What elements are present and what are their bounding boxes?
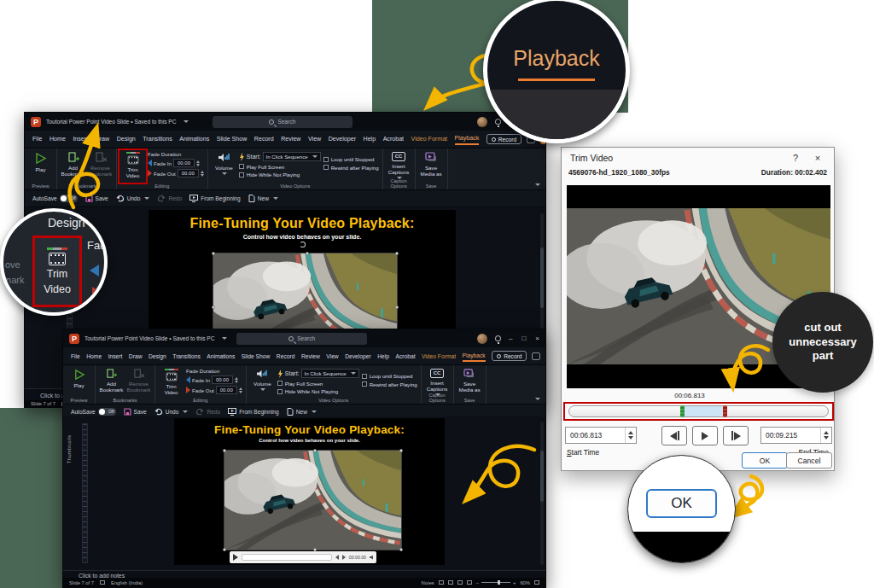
fade-out-input[interactable]: 00.00: [178, 169, 199, 178]
play-button[interactable]: Play: [28, 151, 53, 182]
hide-while-not-playing-checkbox[interactable]: Hide While Not Playing: [239, 172, 321, 178]
selection-handle[interactable]: [306, 252, 309, 255]
save-media-button[interactable]: Save Media as: [419, 151, 444, 182]
start-dropdown[interactable]: In Click Sequence: [263, 152, 321, 161]
tab-draw[interactable]: Draw: [129, 353, 143, 359]
selection-handle[interactable]: [313, 449, 317, 452]
tab-acrobat[interactable]: Acrobat: [383, 136, 404, 143]
reading-view-icon[interactable]: [457, 580, 463, 585]
add-bookmark-button[interactable]: Add Bookmark: [99, 368, 124, 396]
selection-handle[interactable]: [399, 548, 403, 551]
selection-handle[interactable]: [212, 252, 215, 255]
tab-review[interactable]: Review: [301, 353, 320, 359]
record-button[interactable]: Record: [492, 351, 527, 361]
tab-file[interactable]: File: [71, 353, 80, 359]
tab-view[interactable]: View: [326, 353, 338, 359]
start-dropdown[interactable]: In Click Sequence: [301, 369, 359, 378]
add-bookmark-button[interactable]: Add Bookmark: [61, 151, 85, 182]
search-input[interactable]: Search: [213, 116, 353, 128]
undo-button[interactable]: Undo: [116, 195, 150, 202]
tab-record[interactable]: Record: [277, 353, 295, 359]
tab-draw[interactable]: Draw: [96, 136, 110, 143]
language-status[interactable]: English (India): [111, 580, 143, 585]
trim-slider-track[interactable]: [568, 405, 829, 417]
speaker-icon[interactable]: [370, 556, 373, 560]
slide-subtitle[interactable]: Control how video behaves on your slide.: [174, 438, 445, 443]
fade-out-stepper[interactable]: [239, 387, 242, 393]
avatar[interactable]: [477, 334, 487, 344]
trim-end-marker[interactable]: [723, 405, 727, 417]
tab-developer[interactable]: Developer: [329, 136, 356, 143]
tab-help[interactable]: Help: [377, 353, 389, 359]
hide-while-not-playing-checkbox[interactable]: Hide While Not Playing: [277, 388, 359, 394]
slide-video[interactable]: [224, 451, 401, 550]
fade-out-input[interactable]: 00.00: [216, 386, 237, 394]
insert-captions-button[interactable]: CC Insert Captions: [387, 151, 411, 182]
tab-playback[interactable]: Playback: [463, 351, 486, 362]
tab-animations[interactable]: Animations: [207, 353, 235, 359]
fade-in-input[interactable]: 00.00: [212, 376, 233, 384]
slide-canvas[interactable]: Fine-Tuning Your Video Playback: Control…: [174, 418, 445, 565]
fit-slide-icon[interactable]: [534, 580, 539, 585]
autosave-toggle[interactable]: AutoSaveOff: [32, 195, 78, 202]
step-forward-icon[interactable]: [342, 555, 346, 560]
save-button[interactable]: Save: [85, 195, 108, 202]
next-frame-button[interactable]: [723, 426, 749, 445]
selection-handle[interactable]: [395, 252, 399, 255]
fade-in-stepper[interactable]: [196, 160, 200, 166]
tab-transitions[interactable]: Transitions: [172, 353, 200, 359]
fade-in-stepper[interactable]: [235, 377, 238, 383]
help-button[interactable]: ?: [788, 153, 803, 163]
tab-home[interactable]: Home: [86, 353, 102, 359]
maximize-button[interactable]: □: [521, 335, 526, 342]
save-media-button[interactable]: Save Media as: [457, 368, 482, 396]
normal-view-icon[interactable]: [439, 580, 444, 585]
vertical-scrollbar[interactable]: [540, 422, 544, 565]
close-button[interactable]: ×: [535, 335, 539, 342]
tab-video-format[interactable]: Video Format: [422, 353, 456, 359]
tab-insert[interactable]: Insert: [108, 353, 123, 359]
fade-out-stepper[interactable]: [201, 171, 204, 177]
tab-file[interactable]: File: [32, 136, 42, 143]
play-full-screen-checkbox[interactable]: Play Full Screen: [277, 381, 359, 387]
notes-toggle[interactable]: Notes: [422, 580, 434, 585]
selection-handle[interactable]: [223, 548, 226, 551]
play-button[interactable]: Play: [67, 368, 91, 396]
trim-video-button[interactable]: Trim Video: [159, 368, 184, 396]
rewind-after-playing-checkbox[interactable]: Rewind after Playing: [323, 165, 379, 171]
tab-design[interactable]: Design: [149, 353, 166, 359]
selection-handle[interactable]: [399, 449, 403, 452]
tab-home[interactable]: Home: [50, 136, 66, 143]
slide-title[interactable]: Fine-Tuning Your Video Playback:: [174, 423, 445, 436]
zoom-slider[interactable]: –+: [476, 580, 516, 585]
fade-in-input[interactable]: 00.00: [173, 159, 195, 167]
play-full-screen-checkbox[interactable]: Play Full Screen: [239, 164, 321, 170]
minimize-button[interactable]: –: [509, 335, 512, 342]
start-time-stepper[interactable]: [625, 428, 636, 443]
collapse-ribbon-icon[interactable]: [535, 398, 540, 400]
tab-insert[interactable]: Insert: [73, 136, 88, 143]
record-button[interactable]: Record: [487, 134, 521, 144]
lightbulb-icon[interactable]: [495, 119, 501, 125]
tab-design[interactable]: Design: [117, 136, 136, 143]
volume-button[interactable]: Volume: [212, 151, 236, 182]
selection-handle[interactable]: [223, 449, 226, 452]
tab-slide-show[interactable]: Slide Show: [242, 353, 270, 359]
tab-developer[interactable]: Developer: [345, 353, 370, 359]
tab-transitions[interactable]: Transitions: [143, 136, 172, 143]
selection-handle[interactable]: [313, 548, 317, 551]
previous-frame-button[interactable]: [661, 426, 687, 445]
video-progress-bar[interactable]: [242, 554, 332, 561]
tab-review[interactable]: Review: [281, 136, 300, 143]
collapse-ribbon-icon[interactable]: [535, 183, 540, 186]
trim-video-button[interactable]: Trim Video: [120, 151, 145, 182]
tab-acrobat[interactable]: Acrobat: [395, 353, 415, 359]
tab-record[interactable]: Record: [254, 136, 274, 143]
loop-until-stopped-checkbox[interactable]: Loop until Stopped: [323, 156, 379, 162]
save-button[interactable]: Save: [124, 408, 147, 416]
from-beginning-button[interactable]: From Beginning: [189, 195, 241, 202]
loop-until-stopped-checkbox[interactable]: Loop until Stopped: [362, 373, 417, 379]
trim-start-marker[interactable]: [680, 405, 685, 417]
comments-icon[interactable]: [532, 352, 540, 360]
new-slide-button[interactable]: New: [287, 408, 317, 416]
